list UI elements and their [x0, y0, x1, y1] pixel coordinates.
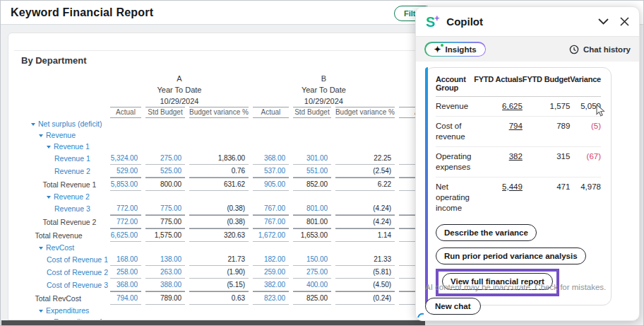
- suggestion-button[interactable]: Describe the variance: [436, 224, 537, 241]
- sage-copilot-logo: S+: [426, 13, 439, 30]
- cell-value[interactable]: 794.00: [117, 294, 138, 302]
- row-label[interactable]: Revenue 2: [17, 191, 108, 202]
- cell-value[interactable]: 525.00: [160, 167, 181, 175]
- cell-value[interactable]: 5,853.00: [111, 180, 138, 188]
- cell-value: 21.33: [374, 255, 391, 263]
- cell-value[interactable]: 168.00: [117, 255, 138, 263]
- collapse-caret-icon[interactable]: [39, 247, 43, 250]
- cell-value[interactable]: 905.00: [264, 180, 285, 188]
- row-label: Total Revenue 1: [17, 177, 108, 191]
- row-label[interactable]: Revenue: [17, 129, 108, 141]
- cell-value[interactable]: 368.00: [264, 154, 285, 162]
- copilot-table-row: Revenue 6,625 1,575 5,050: [436, 97, 601, 117]
- cell-value[interactable]: 259.00: [264, 268, 285, 276]
- cell-value[interactable]: 1,672.00: [258, 231, 285, 239]
- new-chat-button[interactable]: New chat: [425, 298, 481, 315]
- table-row: Revenue 2: [17, 191, 452, 202]
- cell-value[interactable]: 138.00: [160, 255, 181, 263]
- section-title: By Department: [21, 55, 86, 66]
- cell-value[interactable]: 772.00: [117, 204, 138, 212]
- insight-card: Account GroupFYTD ActualsFYTD BudgetVari…: [425, 67, 612, 305]
- copilot-summary-table: Account GroupFYTD ActualsFYTD BudgetVari…: [436, 74, 601, 218]
- row-label[interactable]: Cost of Revenue 3: [17, 279, 108, 291]
- chevron-down-icon[interactable]: [598, 18, 609, 25]
- row-label[interactable]: RevCost: [17, 242, 108, 253]
- table-row: Total Revenue6,625.001,575.00320.631,672…: [17, 228, 452, 242]
- cell-value: 800.00: [160, 180, 181, 188]
- actuals-link[interactable]: 6,625: [502, 102, 523, 110]
- cell-value: 789.00: [160, 294, 181, 302]
- cell-value: 320.63: [224, 231, 245, 239]
- collapse-caret-icon[interactable]: [31, 123, 35, 126]
- cell-value[interactable]: 823.00: [264, 294, 285, 302]
- cell-value: 0.76: [232, 167, 245, 175]
- chat-history-button[interactable]: Chat history: [569, 45, 631, 54]
- row-label[interactable]: Cost of Revenue 1: [17, 253, 108, 266]
- chat-history-label: Chat history: [583, 45, 631, 54]
- bottom-scrollbar[interactable]: [1, 320, 425, 325]
- copilot-column-header: Variance: [570, 74, 601, 97]
- cell-value: 631.62: [224, 180, 245, 188]
- cell-value[interactable]: 382.00: [264, 281, 285, 289]
- cell-value[interactable]: 275.00: [306, 268, 328, 276]
- table-row: Revenue 3772.00775.00(0.38)767.00801.00(…: [17, 202, 452, 215]
- cell-value[interactable]: 529.00: [117, 167, 138, 175]
- account-group: Revenue: [436, 97, 474, 117]
- suggestion-button[interactable]: Run prior period variance analysis: [436, 248, 586, 264]
- cell-value[interactable]: 182.00: [264, 255, 285, 263]
- row-label[interactable]: Expenditures: [17, 305, 108, 316]
- cell-value[interactable]: 775.00: [160, 204, 181, 212]
- cell-value[interactable]: 400.00: [306, 281, 328, 289]
- row-label[interactable]: Net surplus (deficit): [17, 118, 108, 129]
- cell-value[interactable]: 801.00: [306, 204, 328, 212]
- column-header: Budget variance %: [187, 107, 251, 118]
- cell-value[interactable]: 5,324.00: [111, 154, 138, 162]
- cell-value: 21.73: [227, 255, 245, 263]
- table-row: Cost of Revenue 3368.00388.00(5.15)382.0…: [17, 279, 452, 291]
- actuals-link[interactable]: 382: [509, 152, 523, 161]
- collapse-caret-icon[interactable]: [39, 134, 43, 137]
- budget-value: 471: [523, 177, 570, 217]
- column-group-date: 10/29/2024: [251, 95, 397, 107]
- row-label[interactable]: Revenue 3: [17, 202, 108, 215]
- actuals-link[interactable]: 5,449: [502, 182, 523, 191]
- table-row: RevCost: [17, 242, 452, 253]
- row-label[interactable]: Revenue 2: [17, 165, 108, 177]
- row-label[interactable]: Revenue 1: [17, 141, 108, 152]
- cell-value[interactable]: 275.00: [160, 154, 181, 162]
- financial-report-table: ABYear To DateYear To Date10/29/202410/2…: [17, 73, 452, 320]
- collapse-caret-icon[interactable]: [47, 196, 51, 199]
- cell-value[interactable]: 388.00: [160, 281, 181, 289]
- table-row: Total Revenue 15,853.00800.00631.62905.0…: [17, 177, 452, 191]
- row-label[interactable]: Revenue 1: [17, 152, 108, 165]
- column-group-label: B: [251, 73, 397, 84]
- collapse-caret-icon[interactable]: [47, 146, 51, 149]
- collapse-caret-icon[interactable]: [39, 310, 43, 313]
- cell-value: (1.90): [227, 268, 245, 276]
- sage-logo-partial: [417, 313, 424, 318]
- cell-value: (0.38): [227, 218, 245, 226]
- cell-value[interactable]: 772.00: [117, 218, 138, 226]
- table-row: Net surplus (deficit): [17, 118, 452, 129]
- cell-value[interactable]: 6,625.00: [111, 231, 138, 239]
- cell-value[interactable]: 263.00: [160, 268, 181, 276]
- cell-value[interactable]: 150.00: [306, 255, 328, 263]
- cell-value[interactable]: 767.00: [264, 218, 285, 226]
- close-icon[interactable]: [620, 17, 629, 26]
- account-group: Operating expenses: [436, 146, 474, 177]
- row-label[interactable]: Cost of Revenue 2: [17, 266, 108, 279]
- cell-value: 852.00: [306, 180, 328, 188]
- cell-value[interactable]: 368.00: [117, 281, 138, 289]
- cell-value[interactable]: 767.00: [264, 204, 285, 212]
- ai-disclaimer: AI content may be inaccurate. Check for …: [425, 283, 630, 291]
- column-group-label: A: [108, 73, 251, 84]
- cell-value[interactable]: 301.00: [306, 154, 328, 162]
- cell-value[interactable]: 258.00: [117, 268, 138, 276]
- actuals-link[interactable]: 794: [509, 122, 523, 130]
- copilot-column-header: Account Group: [436, 74, 474, 97]
- variance-value: 4,978: [570, 177, 601, 217]
- cell-value: 1,653.00: [301, 231, 328, 239]
- insights-button[interactable]: ✦Insights: [424, 42, 486, 57]
- cell-value[interactable]: 551.00: [306, 167, 328, 175]
- cell-value[interactable]: 537.00: [264, 167, 285, 175]
